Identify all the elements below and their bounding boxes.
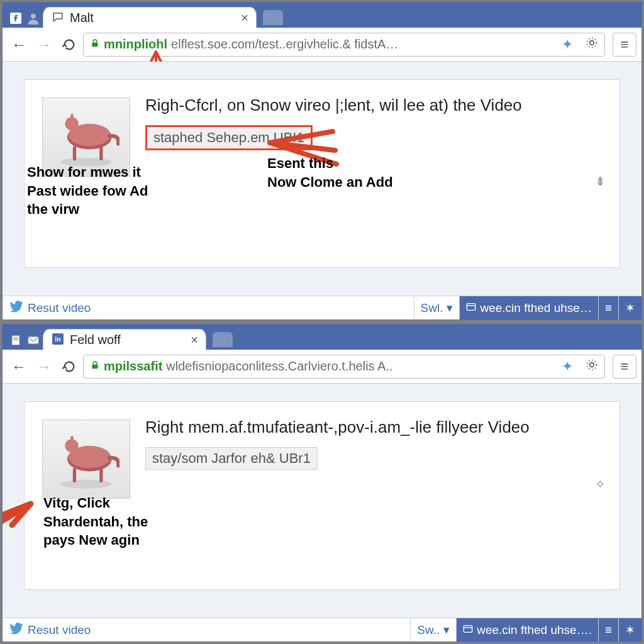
browser-toolbar: ← → mninpliohl elflest.soe.com/test..erg…: [3, 28, 641, 62]
url-host: mninpliohl: [104, 37, 167, 52]
status-expand-button[interactable]: ✶: [618, 296, 641, 319]
svg-point-21: [590, 363, 594, 367]
zoom-indicator-icon[interactable]: ✦: [562, 358, 573, 375]
status-dropdown[interactable]: Sw.. ▾: [410, 618, 456, 641]
browser-toolbar: ← → mpilssafit wldefisniopaconlitess.Car…: [3, 350, 641, 384]
svg-point-23: [60, 480, 111, 489]
chevron-down-icon: ▾: [443, 623, 450, 637]
result-card: Righ-Cfcrl, on Snow vireo |;lent, wil le…: [24, 79, 620, 268]
status-dropdown[interactable]: Swl. ▾: [414, 296, 460, 319]
share-icon[interactable]: ⇟: [595, 174, 606, 189]
svg-rect-16: [13, 340, 18, 341]
status-panel-text: wee.cin fthed uhse…: [480, 301, 591, 315]
svg-rect-17: [28, 336, 39, 344]
status-panel-text: wee.cin fthed uhse….: [477, 623, 592, 637]
svg-rect-27: [70, 436, 73, 443]
reload-button[interactable]: [58, 33, 80, 56]
arrow-upright-icon: [2, 500, 37, 569]
result-thumbnail[interactable]: [42, 419, 130, 499]
lock-icon: [90, 37, 100, 52]
page-content: Righ-Cfcrl, on Snow vireo |;lent, wil le…: [3, 62, 641, 296]
result-card: Right mem.af.tmufatieant-,pov-i.am_-lie …: [24, 401, 620, 590]
comment-icon: [52, 11, 64, 25]
new-tab-button[interactable]: [263, 10, 283, 25]
svg-rect-20: [92, 365, 97, 369]
svg-point-5: [60, 158, 111, 167]
lock-icon: [90, 359, 100, 374]
status-panel[interactable]: wee.cin fthed uhse….: [456, 618, 598, 641]
back-button[interactable]: ←: [8, 33, 30, 56]
svg-point-4: [587, 38, 597, 48]
reload-button[interactable]: [58, 355, 80, 378]
facebook-icon: [9, 11, 23, 25]
window-titlebar: Malt ×: [3, 3, 641, 28]
svg-rect-29: [99, 468, 103, 482]
result-title[interactable]: Righ-Cfcrl, on Snow vireo |;lent, wil le…: [145, 94, 604, 116]
doc-icon: [9, 333, 23, 347]
status-left[interactable]: Resut video: [3, 300, 98, 316]
status-dropdown-text: Swl.: [421, 301, 443, 315]
titlebar-app-icons: [6, 8, 43, 28]
svg-rect-10: [73, 146, 76, 160]
menu-button[interactable]: ≡: [613, 33, 636, 57]
url-path: wldefisniopaconlitess.Carlviero.t.helis …: [166, 359, 392, 374]
address-bar[interactable]: mninpliohl elflest.soe.com/test..ergivhe…: [83, 33, 605, 57]
status-right: Swl. ▾ wee.cin fthed uhse… ≡ ✶: [414, 296, 641, 319]
svg-text:in: in: [55, 335, 60, 342]
status-panel[interactable]: wee.cin fthed uhse…: [459, 296, 597, 319]
screenshot-stack: Malt × ← → mninpliohl elflest.soe.com/te…: [0, 0, 644, 644]
menu-button[interactable]: ≡: [613, 355, 636, 379]
status-grid-button[interactable]: ≡: [598, 296, 618, 319]
forward-button[interactable]: →: [33, 355, 55, 378]
tab-label: Feld woff: [70, 333, 121, 347]
svg-rect-2: [92, 43, 97, 47]
svg-point-3: [590, 41, 594, 45]
status-expand-button[interactable]: ✶: [618, 618, 641, 641]
url-path: elflest.soe.com/test..ergivhelic.& fidst…: [171, 37, 398, 52]
bird-icon: [10, 300, 23, 316]
envelope-icon: [26, 333, 40, 347]
linkedin-icon: in: [52, 333, 64, 347]
titlebar-app-icons: [6, 330, 43, 350]
tab-label: Malt: [70, 11, 94, 25]
status-dropdown-text: Sw..: [417, 623, 440, 637]
new-tab-button[interactable]: [213, 332, 233, 347]
status-grid-button[interactable]: ≡: [598, 618, 618, 641]
result-code[interactable]: stay/som Jarfor eh& UBr1: [145, 447, 318, 470]
result-body: Right mem.af.tmufatieant-,pov-i.am_-lie …: [145, 416, 619, 536]
svg-point-1: [31, 14, 36, 19]
person-icon: [26, 11, 40, 25]
result-title[interactable]: Right mem.af.tmufatieant-,pov-i.am_-lie …: [145, 416, 604, 438]
svg-rect-28: [73, 468, 76, 482]
browser-tab[interactable]: Malt ×: [43, 7, 257, 28]
svg-rect-30: [464, 625, 472, 632]
browser-window: Malt × ← → mninpliohl elflest.soe.com/te…: [2, 2, 642, 320]
svg-rect-15: [13, 338, 18, 339]
result-body: Righ-Cfcrl, on Snow vireo |;lent, wil le…: [145, 94, 619, 214]
zoom-indicator-icon[interactable]: ✦: [562, 36, 573, 53]
result-code-highlighted[interactable]: staphed Sehep.em UBI1: [145, 125, 313, 150]
page-action-icon[interactable]: [586, 36, 598, 52]
bird-icon: [10, 622, 23, 638]
window-icon: [466, 301, 476, 315]
page-content: Right mem.af.tmufatieant-,pov-i.am_-lie …: [3, 384, 641, 618]
window-titlebar: in Feld woff ×: [3, 325, 641, 350]
status-bar: Resut video Sw.. ▾ wee.cin fthed uhse…. …: [3, 618, 641, 641]
result-thumbnail[interactable]: [42, 97, 130, 177]
share-icon[interactable]: ✧: [595, 477, 606, 492]
address-bar[interactable]: mpilssafit wldefisniopaconlitess.Carlvie…: [83, 355, 605, 379]
svg-point-22: [587, 360, 597, 370]
status-left[interactable]: Resut video: [3, 622, 98, 638]
window-icon: [463, 623, 473, 637]
close-icon[interactable]: ×: [191, 333, 198, 347]
browser-tab[interactable]: in Feld woff ×: [43, 329, 206, 350]
svg-rect-11: [99, 146, 103, 160]
svg-rect-9: [70, 114, 73, 121]
back-button[interactable]: ←: [8, 355, 30, 378]
svg-rect-12: [467, 303, 475, 310]
page-action-icon[interactable]: [586, 358, 598, 374]
status-left-text: Resut video: [28, 301, 91, 315]
close-icon[interactable]: ×: [241, 11, 248, 25]
status-bar: Resut video Swl. ▾ wee.cin fthed uhse… ≡…: [3, 296, 641, 319]
forward-button[interactable]: →: [33, 33, 55, 56]
